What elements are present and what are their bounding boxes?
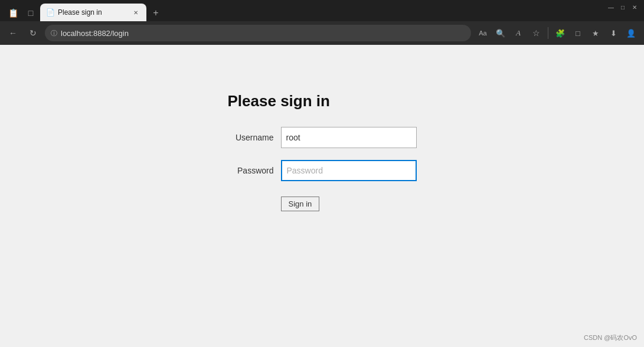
address-text: localhost:8882/login	[61, 29, 465, 38]
download-button[interactable]: ⬇	[605, 25, 622, 41]
maximize-button[interactable]: □	[618, 2, 627, 12]
window-controls: — □ ✕	[606, 2, 639, 12]
favorites-button[interactable]: ★	[587, 25, 604, 41]
username-label: Username	[228, 133, 281, 142]
address-info-icon: ⓘ	[51, 29, 57, 38]
reload-button[interactable]: ↻	[25, 25, 41, 41]
password-label: Password	[228, 166, 281, 175]
sign-in-button[interactable]: Sign in	[281, 197, 320, 211]
back-button[interactable]: ←	[5, 25, 21, 41]
zoom-button[interactable]: 🔍	[492, 25, 509, 41]
new-tab-button[interactable]: +	[148, 5, 164, 21]
close-button[interactable]: ✕	[630, 2, 639, 12]
watermark: CSDN @码农OvO	[584, 333, 637, 342]
minimize-button[interactable]: —	[606, 2, 616, 12]
password-input[interactable]	[281, 160, 417, 181]
login-title: Please sign in	[228, 92, 417, 110]
signin-row: Sign in	[228, 193, 417, 211]
font-button[interactable]: A	[510, 25, 527, 41]
tab-icon-btn-1[interactable]: 📋	[5, 5, 21, 21]
page-content: Please sign in Username Password Sign in…	[0, 45, 644, 347]
tab-title-text: Please sign in	[58, 8, 128, 17]
split-view-button[interactable]: □	[570, 25, 586, 41]
login-form: Please sign in Username Password Sign in	[228, 92, 417, 211]
address-bar[interactable]: ⓘ localhost:8882/login	[45, 25, 471, 41]
active-tab[interactable]: 📄 Please sign in ✕	[40, 4, 146, 21]
extensions-button[interactable]: 🧩	[552, 25, 568, 41]
tab-close-button[interactable]: ✕	[131, 8, 140, 17]
password-row: Password	[228, 160, 417, 181]
browser-toolbar: ← ↻ ⓘ localhost:8882/login Aa 🔍 A ☆ 🧩 □ …	[0, 21, 644, 45]
toolbar-divider-1	[548, 27, 548, 39]
tab-icon-btn-2[interactable]: □	[22, 5, 39, 21]
toolbar-actions: Aa 🔍 A ☆ 🧩 □ ★ ⬇ 👤	[475, 25, 639, 41]
username-row: Username	[228, 127, 417, 148]
profile-button[interactable]: 👤	[623, 25, 639, 41]
tab-favicon-icon: 📄	[46, 8, 54, 17]
bookmark-button[interactable]: ☆	[528, 25, 544, 41]
read-aloud-button[interactable]: Aa	[475, 25, 491, 41]
username-input[interactable]	[281, 127, 417, 148]
